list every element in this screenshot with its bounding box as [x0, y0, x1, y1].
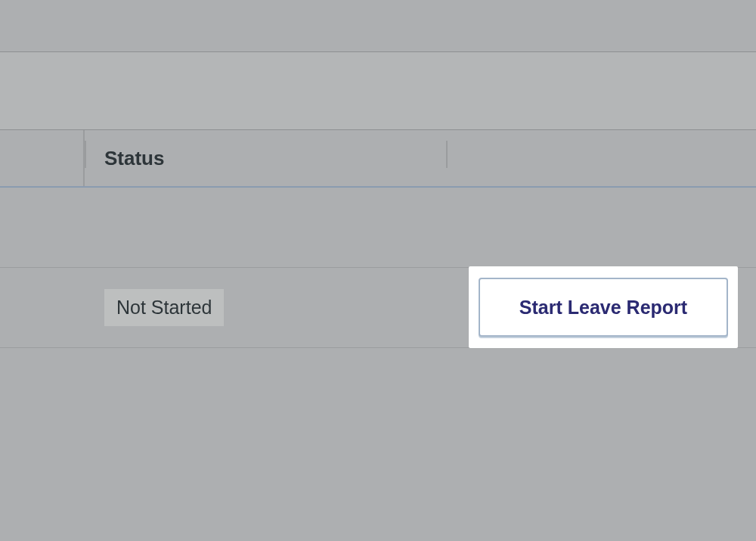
column-divider: [446, 141, 448, 168]
spacer-row: [0, 188, 756, 268]
status-badge: Not Started: [104, 289, 224, 326]
start-leave-report-button[interactable]: Start Leave Report: [479, 278, 728, 337]
table-header-cell-empty: [0, 130, 85, 186]
table-header-row: Status: [0, 130, 756, 188]
status-header-label: Status: [104, 147, 164, 170]
banner-section: [0, 51, 756, 130]
top-spacer: [0, 0, 756, 51]
highlight-callout: Start Leave Report: [469, 266, 738, 348]
table-header-cell-status: Status: [86, 130, 446, 186]
